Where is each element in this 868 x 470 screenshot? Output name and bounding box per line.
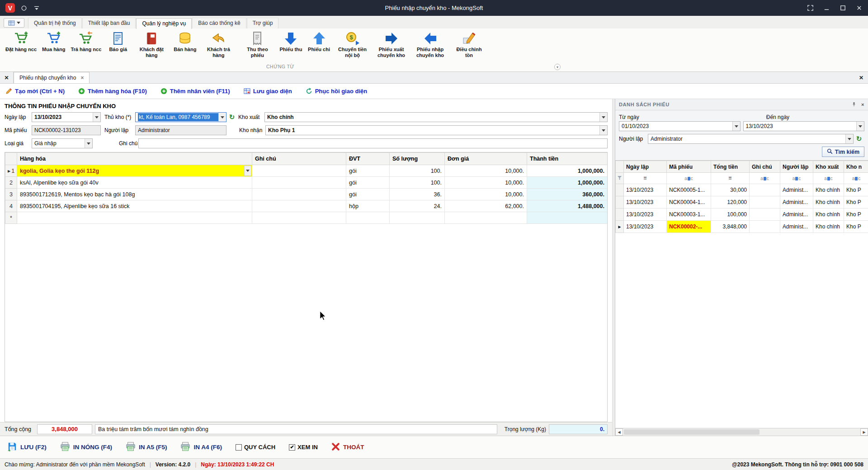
ribbon-button-12[interactable]: Phiếu xuất chuyển kho (372, 30, 411, 59)
scrollbar-thumb[interactable] (624, 429, 760, 435)
ribbon-button-2[interactable]: Mua hàng (39, 30, 68, 53)
list-column-header-7[interactable]: Kho n (844, 161, 868, 173)
cell-hang_hoa[interactable]: 8935001704195, Alpenlibe kẹo sữa 16 stic… (17, 200, 252, 212)
exit-button[interactable]: THOÁT (331, 442, 364, 452)
menu-tab-4[interactable]: Báo cáo thống kê (192, 18, 246, 28)
bottom-button-1[interactable]: LƯU (F2) (7, 442, 47, 453)
cell-dvt[interactable] (346, 212, 390, 224)
list-cell[interactable]: Kho chính (813, 184, 844, 196)
list-cell[interactable] (750, 209, 780, 221)
dropdown-button[interactable] (845, 134, 853, 143)
ribbon-button-11[interactable]: $Chuyển tiền nội bộ (333, 30, 372, 59)
ribbon-button-8[interactable]: Thu theo phiếu (238, 30, 277, 59)
column-header-1[interactable]: Hàng hóa (17, 153, 252, 165)
cell-so_luong[interactable]: 24. (390, 200, 445, 212)
list-cell[interactable] (750, 196, 780, 209)
weight-value[interactable]: 0. (549, 424, 608, 434)
cell-hang_hoa[interactable] (17, 212, 252, 224)
dropdown-button[interactable] (93, 113, 100, 122)
ribbon-collapse-button[interactable]: ▾ (554, 64, 561, 70)
unchecked-checkbox-icon[interactable] (236, 444, 242, 451)
list-cell[interactable]: NCK00004-1... (667, 196, 711, 209)
dropdown-button[interactable] (856, 122, 864, 131)
filter-row[interactable]: =ac=acacacac (616, 173, 868, 184)
cell-so_luong[interactable]: 36. (390, 189, 445, 200)
tabstrip-close-button[interactable]: ✕ (854, 72, 868, 83)
cell-hang_hoa[interactable]: ksAl, Alpenlibe kẹo sữa gói 40v (17, 177, 252, 189)
ribbon-button-14[interactable]: Điều chỉnh tồn (450, 30, 489, 59)
ribbon-button-3[interactable]: Trả hàng ncc (68, 30, 104, 53)
cell-thanh_tien[interactable]: 1,488,000. (527, 200, 608, 212)
bottom-button-2[interactable]: IN NÓNG (F4) (60, 442, 112, 453)
cell-don_gia[interactable]: 10,000. (445, 189, 527, 200)
list-cell[interactable]: 100,000 (711, 209, 750, 221)
filter-cell-3[interactable]: = (711, 173, 750, 184)
cell-hang_hoa[interactable]: kgolia, Golia kẹo the gói 112g (17, 165, 252, 177)
cell-ghi_chu[interactable] (252, 200, 346, 212)
checkbox-1[interactable]: QUY CÁCH (236, 444, 275, 451)
cell-don_gia[interactable]: 62,000. (445, 200, 527, 212)
list-cell[interactable] (750, 184, 780, 196)
document-tab[interactable]: Phiếu nhập chuyển kho × (14, 72, 90, 83)
list-column-header-2[interactable]: Mã phiếu (667, 161, 711, 173)
ribbon-button-5[interactable]: Khách đặt hàng (132, 30, 171, 59)
ribbon-button-7[interactable]: Khách trả hàng (199, 30, 238, 59)
filter-cell-7[interactable]: ac (844, 173, 868, 184)
receipt-row[interactable]: 13/10/2023NCK00003-1...100,000Administ..… (616, 209, 868, 221)
list-cell[interactable]: Kho chính (813, 209, 844, 221)
minimize-icon[interactable] (823, 5, 830, 12)
cell-thanh_tien[interactable]: 1,000,000. (527, 177, 608, 189)
list-cell[interactable]: 13/10/2023 (624, 184, 667, 196)
quick-access-customize-icon[interactable] (33, 5, 40, 12)
receipt-row[interactable]: ▸13/10/2023NCK00002-...3,848,000Administ… (616, 221, 868, 233)
list-column-header-3[interactable]: Tổng tiền (711, 161, 750, 173)
list-cell[interactable]: Kho P (844, 184, 868, 196)
fullscreen-icon[interactable] (807, 5, 814, 12)
list-column-header-4[interactable]: Ghi chú (750, 161, 780, 173)
cell-don_gia[interactable]: 10,000. (445, 177, 527, 189)
filter-cell-6[interactable]: ac (813, 173, 844, 184)
nguoi-lap-field[interactable]: Administrator (135, 125, 226, 135)
list-cell[interactable]: NCK00003-1... (667, 209, 711, 221)
filter-cell-1[interactable]: = (624, 173, 667, 184)
column-header-6[interactable]: Thành tiền (527, 153, 608, 165)
den-ngay-combo[interactable]: 13/10/2023 (743, 121, 865, 131)
dropdown-button[interactable] (732, 122, 740, 131)
maximize-icon[interactable] (839, 5, 846, 12)
bottom-button-4[interactable]: IN A4 (F6) (180, 442, 222, 453)
cell-so_luong[interactable]: 100. (390, 165, 445, 177)
tab-close-icon[interactable]: × (80, 75, 84, 81)
scroll-right-arrow[interactable]: ▶ (860, 428, 868, 436)
list-cell[interactable]: Kho chính (813, 221, 844, 233)
dropdown-button[interactable] (218, 113, 226, 122)
quick-access-circle-icon[interactable] (20, 5, 28, 12)
item-row[interactable]: 38935001712619, Mentos kẹo bạc hà gói 10… (5, 189, 608, 200)
new-item-row[interactable]: * (5, 212, 608, 224)
list-cell[interactable]: NCK00002-... (667, 221, 711, 233)
action-3[interactable]: Thêm nhân viên (F11) (160, 88, 230, 95)
action-2[interactable]: Thêm hàng hóa (F10) (78, 88, 147, 95)
cell-don_gia[interactable] (445, 212, 527, 224)
cell-thanh_tien[interactable]: 1,000,000. (527, 165, 608, 177)
list-cell[interactable]: NCK00005-1... (667, 184, 711, 196)
receipt-row[interactable]: 13/10/2023NCK00004-1...120,000Administ..… (616, 196, 868, 209)
filter-cell-5[interactable]: ac (780, 173, 813, 184)
dropdown-button[interactable] (85, 139, 92, 148)
ribbon-button-13[interactable]: Phiếu nhập chuyển kho (411, 30, 450, 59)
panel-close-icon[interactable]: × (861, 102, 864, 107)
list-cell[interactable]: 30,000 (711, 184, 750, 196)
list-cell[interactable]: Administ... (780, 221, 813, 233)
list-cell[interactable]: Kho chính (813, 196, 844, 209)
filter-cell-4[interactable]: ac (750, 173, 780, 184)
cell-hang_hoa[interactable]: 8935001712619, Mentos kẹo bạc hà gói 108… (17, 189, 252, 200)
menu-tab-1[interactable]: Quản trị hệ thống (28, 18, 82, 28)
list-column-header-1[interactable]: Ngày lập (624, 161, 667, 173)
horizontal-scrollbar[interactable]: ◀ ▶ (615, 428, 868, 436)
ribbon-button-4[interactable]: Báo giá (104, 30, 132, 53)
list-cell[interactable]: 3,848,000 (711, 221, 750, 233)
cell-dropdown-button[interactable] (244, 166, 251, 176)
cell-thanh_tien[interactable] (527, 212, 608, 224)
cell-ghi_chu[interactable] (252, 189, 346, 200)
list-cell[interactable]: Kho P (844, 209, 868, 221)
close-all-tabs-button[interactable]: ✕ (0, 72, 14, 83)
